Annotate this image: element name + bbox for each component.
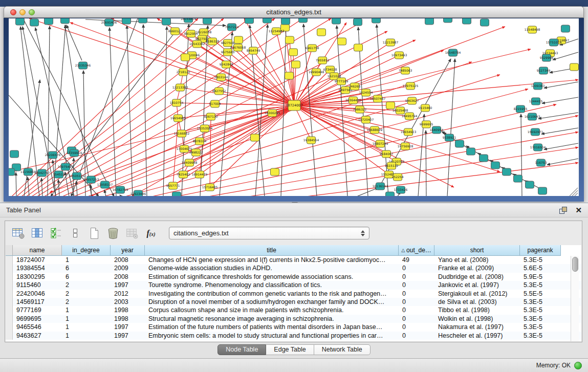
network-node[interactable]: 9675685 xyxy=(221,49,235,56)
network-edge[interactable] xyxy=(294,105,454,187)
network-node[interactable]: 8186328 xyxy=(206,38,220,45)
network-node[interactable] xyxy=(332,18,341,24)
network-window-titlebar[interactable]: citations_edges.txt xyxy=(4,6,584,18)
network-node[interactable] xyxy=(281,18,290,25)
network-node[interactable]: 9338921 xyxy=(443,134,456,141)
function-builder-button[interactable]: f(x) xyxy=(144,226,158,240)
network-node[interactable]: 21035346 xyxy=(75,62,91,69)
network-node[interactable]: 1810754 xyxy=(170,99,184,106)
network-node[interactable] xyxy=(503,168,511,176)
network-window[interactable]: citations_edges.txt 86601228912954182260… xyxy=(4,6,584,202)
network-edge[interactable] xyxy=(183,72,294,105)
network-node[interactable]: 116753 xyxy=(535,159,547,166)
table-row[interactable]: 946554611997Estimation of the future num… xyxy=(6,323,581,331)
network-node[interactable] xyxy=(538,187,547,194)
network-node[interactable] xyxy=(481,19,489,26)
network-node[interactable]: 8267130 xyxy=(204,113,218,120)
network-node[interactable]: 9227349 xyxy=(537,67,551,74)
network-node[interactable]: 817004 xyxy=(209,100,221,107)
network-node[interactable]: 15751074 xyxy=(546,39,562,46)
network-node[interactable] xyxy=(354,44,363,51)
network-node[interactable] xyxy=(16,18,25,25)
network-node[interactable] xyxy=(9,168,15,176)
network-node[interactable] xyxy=(463,18,471,24)
table-row[interactable]: 1938455462009Genome-wide association stu… xyxy=(6,264,581,272)
network-node[interactable]: 8660122 xyxy=(168,28,182,35)
network-edge[interactable] xyxy=(294,64,296,105)
network-node[interactable]: 13958107 xyxy=(97,181,113,188)
network-node[interactable] xyxy=(139,18,147,23)
network-node[interactable]: 10688609 xyxy=(367,126,383,134)
network-node[interactable] xyxy=(386,102,395,109)
network-node[interactable] xyxy=(245,18,254,24)
network-node[interactable]: 7955812 xyxy=(316,57,330,64)
network-node[interactable]: 19990448 xyxy=(309,69,324,76)
network-edge[interactable] xyxy=(294,27,505,105)
network-node[interactable]: 20691406 xyxy=(101,19,117,26)
network-node[interactable]: 1209383 xyxy=(531,82,545,90)
network-node[interactable]: 6961758 xyxy=(306,45,319,52)
column-header-name[interactable]: name xyxy=(13,245,62,256)
column-header-title[interactable]: title xyxy=(145,245,399,256)
network-edge[interactable] xyxy=(67,25,82,60)
network-node[interactable] xyxy=(271,168,279,176)
network-edge[interactable] xyxy=(521,114,522,196)
network-edge[interactable] xyxy=(9,18,303,196)
network-node[interactable]: 17016504 xyxy=(530,144,546,151)
network-edge[interactable] xyxy=(191,34,294,105)
network-node[interactable] xyxy=(317,29,326,36)
network-node[interactable] xyxy=(30,19,39,26)
network-node[interactable]: 252254 xyxy=(392,173,404,181)
network-node[interactable]: 2718120 xyxy=(177,69,190,76)
network-node[interactable] xyxy=(480,155,488,162)
network-edge[interactable] xyxy=(377,25,388,196)
column-header-out_de[interactable]: △out_de… xyxy=(399,245,434,256)
network-edge[interactable] xyxy=(200,26,208,196)
network-node[interactable] xyxy=(289,49,298,56)
network-node[interactable]: 16033809 xyxy=(181,18,197,23)
network-node[interactable]: 19166852 xyxy=(174,130,190,137)
tab-network-table[interactable]: Network Table xyxy=(314,344,371,355)
rows-button[interactable] xyxy=(68,226,82,240)
network-node[interactable]: 1624554 xyxy=(359,89,373,96)
network-node[interactable]: 11548498 xyxy=(525,26,540,33)
memory-status-icon[interactable] xyxy=(574,362,582,369)
network-node[interactable] xyxy=(444,18,452,23)
vertical-scrollbar[interactable] xyxy=(571,256,579,341)
network-node[interactable] xyxy=(354,18,362,26)
network-node[interactable] xyxy=(181,54,190,61)
network-node[interactable] xyxy=(467,148,475,155)
close-window-button[interactable] xyxy=(10,9,16,15)
network-node[interactable] xyxy=(570,63,579,71)
network-node[interactable]: 154519 xyxy=(53,171,65,178)
network-edge[interactable] xyxy=(538,113,578,119)
network-edge[interactable] xyxy=(544,82,578,88)
network-node[interactable] xyxy=(251,134,259,141)
network-node[interactable]: 16543382 xyxy=(189,40,205,48)
network-graph[interactable]: 8660122891295418226058982750381863289827… xyxy=(9,18,579,196)
network-node[interactable]: 8878334 xyxy=(193,138,207,145)
network-node[interactable]: 9329966 xyxy=(540,54,554,61)
new-table-button[interactable] xyxy=(87,226,101,240)
network-node[interactable] xyxy=(263,18,272,23)
network-edge[interactable] xyxy=(29,18,294,105)
network-node[interactable] xyxy=(386,192,395,196)
network-node[interactable]: 12505135 xyxy=(69,172,85,180)
network-node[interactable]: 16548784 xyxy=(445,49,461,56)
network-node[interactable]: 8427552 xyxy=(212,87,226,95)
network-node[interactable]: 16914479 xyxy=(192,171,208,178)
network-canvas[interactable]: 8660122891295418226058982750381863289827… xyxy=(9,18,579,196)
network-edge[interactable] xyxy=(9,18,198,196)
network-node[interactable]: 18226058 xyxy=(196,29,212,36)
network-node[interactable] xyxy=(561,25,570,32)
float-window-icon[interactable] xyxy=(559,207,567,213)
network-node[interactable] xyxy=(299,18,308,23)
network-node[interactable]: 7425402 xyxy=(177,171,190,178)
network-node[interactable]: 15720407 xyxy=(358,116,374,123)
minimize-window-button[interactable] xyxy=(19,9,26,15)
network-node[interactable]: 10507487 xyxy=(370,95,386,102)
network-node[interactable] xyxy=(372,18,381,23)
network-node[interactable]: 746266 xyxy=(349,83,361,90)
network-node[interactable]: 19384554 xyxy=(303,137,319,144)
column-header-pagerank[interactable]: pagerank xyxy=(520,245,561,256)
